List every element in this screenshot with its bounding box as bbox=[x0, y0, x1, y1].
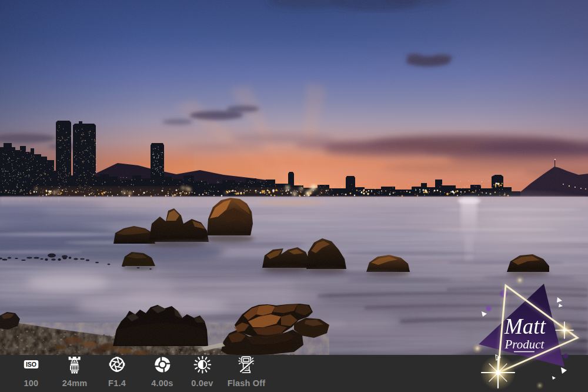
svg-text:Product: Product bbox=[505, 337, 545, 351]
svg-text:ISO: ISO bbox=[26, 361, 36, 368]
svg-text:Matt: Matt bbox=[504, 314, 547, 338]
